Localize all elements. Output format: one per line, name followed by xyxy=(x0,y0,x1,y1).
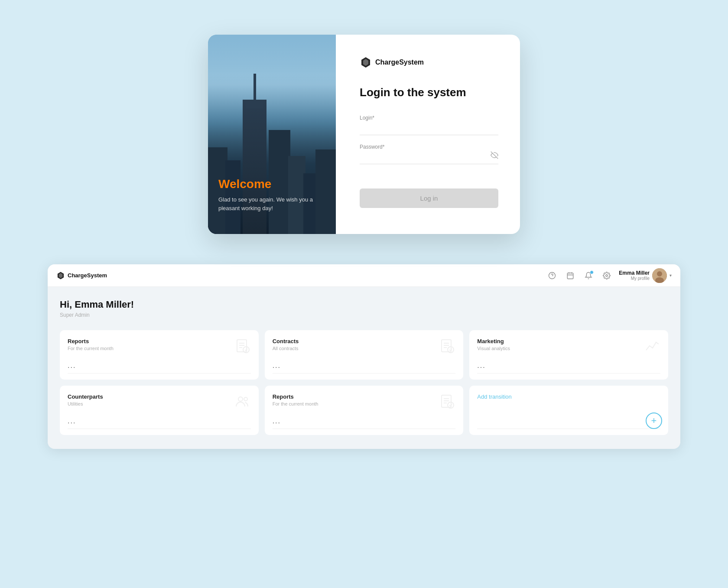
card-subtitle-4: Utilities xyxy=(68,401,103,406)
card-header-4: Counterparts Utilities xyxy=(68,393,251,413)
card-header-1: Reports For the current month xyxy=(68,338,251,357)
login-field-group: Login* xyxy=(360,115,498,135)
login-label: Login* xyxy=(360,115,498,121)
card-subtitle-5: For the current month xyxy=(273,401,318,406)
card-header-5: Reports For the current month xyxy=(273,393,456,413)
help-icon[interactable] xyxy=(546,270,558,282)
user-pill[interactable]: Emma Miller My profile ▾ xyxy=(619,268,672,283)
card-add-transition[interactable]: Add transition + xyxy=(469,386,668,435)
card-text-5: Reports For the current month xyxy=(273,393,318,406)
svg-point-1 xyxy=(549,272,556,279)
contract-icon xyxy=(439,338,455,357)
logo-icon xyxy=(360,56,372,68)
card-text-2: Contracts All contracts xyxy=(273,338,299,351)
card-divider-6 xyxy=(477,429,660,429)
form-title: Login to the system xyxy=(360,86,498,99)
report-icon-2 xyxy=(439,393,455,413)
welcome-subtext: Glad to see you again. We wish you a ple… xyxy=(218,195,325,212)
login-input[interactable] xyxy=(360,123,498,135)
card-title-4: Counterparts xyxy=(68,393,103,400)
card-title-2: Contracts xyxy=(273,338,299,344)
welcome-heading: Welcome xyxy=(218,177,325,191)
login-card: Welcome Glad to see you again. We wish y… xyxy=(208,35,520,234)
card-text-3: Marketing Visual analytics xyxy=(477,338,510,351)
card-header-2: Contracts All contracts xyxy=(273,338,456,357)
overlay-text: Welcome Glad to see you again. We wish y… xyxy=(218,177,325,212)
user-info: Emma Miller My profile xyxy=(619,270,650,281)
card-text-4: Counterparts Utilities xyxy=(68,393,103,406)
building-main xyxy=(243,100,266,234)
user-name: Emma Miller xyxy=(619,270,650,276)
card-dots-4: ... xyxy=(68,417,251,425)
svg-point-21 xyxy=(238,397,243,401)
card-divider-4 xyxy=(68,429,251,429)
topbar-logo-icon xyxy=(56,271,65,280)
chevron-down-icon: ▾ xyxy=(670,273,672,278)
avatar xyxy=(652,268,667,283)
password-field-group: Password* xyxy=(360,144,498,164)
card-divider-1 xyxy=(68,373,251,374)
card-header-3: Marketing Visual analytics xyxy=(477,338,660,357)
card-marketing[interactable]: Marketing Visual analytics ... xyxy=(469,330,668,380)
svg-point-22 xyxy=(244,397,247,401)
card-counterparts[interactable]: Counterparts Utilities ... xyxy=(60,386,259,435)
add-transition-label: Add transition xyxy=(477,393,660,400)
report-icon-1 xyxy=(234,338,251,357)
card-subtitle-2: All contracts xyxy=(273,346,299,351)
card-title-5: Reports xyxy=(273,393,318,400)
login-form-panel: ChargeSystem Login to the system Login* … xyxy=(336,35,520,234)
notification-icon[interactable] xyxy=(582,270,595,282)
card-subtitle-3: Visual analytics xyxy=(477,346,510,351)
topbar: ChargeSystem xyxy=(48,264,680,287)
login-image-panel: Welcome Glad to see you again. We wish y… xyxy=(208,35,336,234)
calendar-icon[interactable] xyxy=(564,270,576,282)
card-divider-2 xyxy=(273,373,456,374)
topbar-brand-name: ChargeSystem xyxy=(68,272,107,279)
toggle-password-icon[interactable] xyxy=(491,151,498,161)
marketing-icon xyxy=(644,338,660,357)
card-title-1: Reports xyxy=(68,338,114,344)
brand-name: ChargeSystem xyxy=(375,58,424,66)
brand-logo: ChargeSystem xyxy=(360,56,498,68)
password-input[interactable] xyxy=(360,152,498,164)
dash-role: Super Admin xyxy=(60,312,668,318)
card-divider-3 xyxy=(477,373,660,374)
cards-grid: Reports For the current month xyxy=(60,330,668,435)
card-contracts[interactable]: Contracts All contracts xyxy=(265,330,464,380)
card-dots-2: ... xyxy=(273,362,456,370)
card-dots-1: ... xyxy=(68,362,251,370)
greeting: Hi, Emma Miller! xyxy=(60,299,668,310)
password-label: Password* xyxy=(360,144,498,150)
card-title-3: Marketing xyxy=(477,338,510,344)
card-divider-5 xyxy=(273,429,456,429)
users-icon xyxy=(234,393,251,413)
card-reports-2[interactable]: Reports For the current month xyxy=(265,386,464,435)
dash-content: Hi, Emma Miller! Super Admin Reports For… xyxy=(48,287,680,449)
svg-rect-3 xyxy=(568,273,574,279)
settings-icon[interactable] xyxy=(601,270,613,282)
svg-point-7 xyxy=(606,274,608,276)
topbar-right: Emma Miller My profile ▾ xyxy=(546,268,672,283)
card-dots-5: ... xyxy=(273,417,456,425)
svg-point-9 xyxy=(657,271,662,276)
topbar-brand: ChargeSystem xyxy=(56,271,107,280)
card-subtitle-1: For the current month xyxy=(68,346,114,351)
card-reports-1[interactable]: Reports For the current month xyxy=(60,330,259,380)
dashboard-window: ChargeSystem xyxy=(48,264,680,449)
login-section: Welcome Glad to see you again. We wish y… xyxy=(0,0,728,260)
dashboard-section: ChargeSystem xyxy=(0,264,728,449)
card-text-1: Reports For the current month xyxy=(68,338,114,351)
user-role: My profile xyxy=(619,276,650,281)
add-transition-button[interactable]: + xyxy=(646,413,662,429)
card-dots-3: ... xyxy=(477,362,660,370)
login-button[interactable]: Log in xyxy=(360,188,498,208)
